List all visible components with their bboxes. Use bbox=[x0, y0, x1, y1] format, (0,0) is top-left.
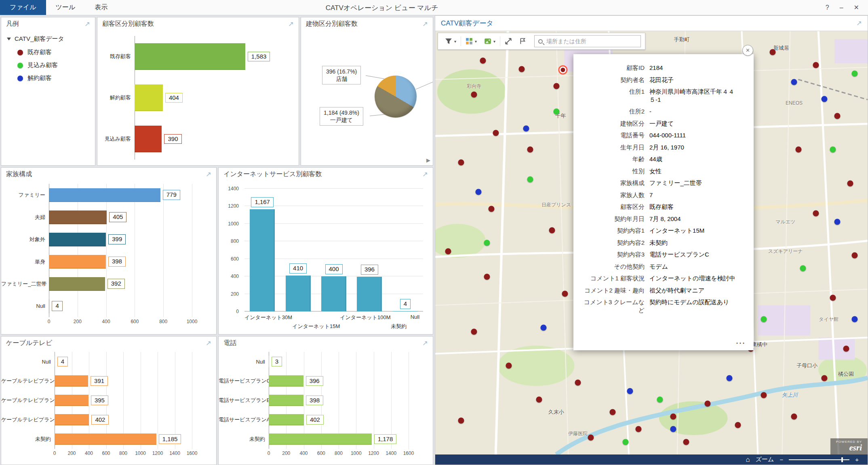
map-point[interactable] bbox=[834, 113, 841, 119]
map-point[interactable] bbox=[519, 66, 525, 72]
bar[interactable] bbox=[49, 299, 49, 313]
map-point[interactable] bbox=[670, 426, 676, 432]
map-point[interactable] bbox=[471, 92, 477, 98]
map-point[interactable] bbox=[657, 396, 663, 402]
map-point[interactable] bbox=[445, 248, 451, 254]
select-tools-button[interactable] bbox=[516, 35, 529, 47]
bar[interactable] bbox=[286, 276, 311, 311]
bar[interactable] bbox=[49, 210, 107, 224]
bar[interactable] bbox=[269, 414, 304, 425]
bar[interactable] bbox=[55, 414, 89, 425]
map-point[interactable] bbox=[562, 290, 568, 297]
map-point[interactable] bbox=[493, 130, 499, 136]
map-point[interactable] bbox=[635, 426, 641, 432]
map-point[interactable] bbox=[506, 362, 512, 368]
bar[interactable] bbox=[269, 395, 303, 406]
scroll-right-icon[interactable]: ▶ bbox=[426, 157, 430, 163]
bar[interactable] bbox=[135, 84, 163, 111]
map-viewport[interactable]: 手勤町彩向寺千年日産プリンス和泉館ENEOS新城居マルエツスズキアリーナタイヤ館… bbox=[435, 31, 868, 454]
bar[interactable] bbox=[49, 277, 105, 291]
pie-chart[interactable] bbox=[375, 76, 417, 118]
map-point[interactable] bbox=[830, 295, 836, 301]
map-point[interactable] bbox=[791, 413, 797, 419]
measure-button[interactable] bbox=[502, 35, 515, 47]
map-point[interactable] bbox=[843, 346, 849, 352]
bar[interactable] bbox=[269, 356, 269, 367]
map-point[interactable] bbox=[458, 159, 464, 165]
map-point[interactable] bbox=[527, 176, 533, 182]
map-point[interactable] bbox=[683, 439, 689, 445]
map-point[interactable] bbox=[553, 83, 559, 89]
map-point[interactable] bbox=[761, 316, 767, 322]
map-point[interactable] bbox=[726, 375, 732, 381]
map-point[interactable] bbox=[705, 401, 711, 407]
map-point[interactable] bbox=[484, 240, 490, 246]
menu-view[interactable]: 表示 bbox=[85, 0, 117, 15]
map-point[interactable] bbox=[822, 375, 828, 381]
bar[interactable] bbox=[49, 188, 160, 202]
filter-button[interactable]: ▾ bbox=[442, 35, 459, 47]
expand-icon[interactable]: ↗ bbox=[288, 21, 294, 27]
map-point[interactable] bbox=[471, 329, 477, 335]
map-point[interactable] bbox=[527, 147, 533, 153]
bar[interactable] bbox=[269, 433, 372, 445]
layers-button[interactable]: ▾ bbox=[481, 35, 498, 47]
expand-icon[interactable]: ↗ bbox=[422, 21, 428, 27]
bar[interactable] bbox=[55, 433, 156, 445]
expand-icon[interactable]: ↗ bbox=[422, 171, 428, 178]
map-point[interactable] bbox=[575, 379, 581, 385]
bar[interactable] bbox=[49, 233, 106, 246]
zoom-slider-handle[interactable] bbox=[841, 457, 843, 462]
menu-tools[interactable]: ツール bbox=[46, 0, 85, 15]
map-point[interactable] bbox=[851, 252, 857, 259]
bar[interactable] bbox=[135, 43, 245, 70]
bar[interactable] bbox=[357, 277, 382, 311]
map-point[interactable] bbox=[622, 439, 628, 445]
map-point[interactable] bbox=[851, 316, 857, 322]
map-point[interactable] bbox=[609, 409, 615, 415]
expand-icon[interactable]: ↗ bbox=[206, 171, 211, 178]
expand-icon[interactable]: ↗ bbox=[856, 20, 862, 27]
map-point[interactable] bbox=[484, 274, 490, 280]
map-point[interactable] bbox=[830, 147, 836, 153]
zoom-in-button[interactable]: + bbox=[855, 456, 859, 463]
legend-item[interactable]: 既存顧客 bbox=[17, 48, 89, 56]
map-point[interactable] bbox=[549, 227, 555, 233]
map-point[interactable] bbox=[540, 324, 546, 330]
expand-icon[interactable]: ↗ bbox=[84, 21, 90, 27]
expand-icon[interactable]: ↗ bbox=[422, 340, 428, 347]
map-point[interactable] bbox=[536, 396, 542, 402]
home-icon[interactable]: ⌂ bbox=[746, 456, 750, 464]
map-point[interactable] bbox=[800, 265, 806, 271]
map-point[interactable] bbox=[489, 206, 495, 212]
more-options-button[interactable]: ⋯ bbox=[735, 337, 746, 349]
map-point[interactable] bbox=[847, 181, 853, 187]
map-point[interactable] bbox=[670, 413, 676, 419]
menu-file[interactable]: ファイル bbox=[0, 0, 46, 15]
close-icon[interactable]: ✕ bbox=[854, 4, 859, 11]
map-point[interactable] bbox=[588, 435, 594, 441]
map-point[interactable] bbox=[627, 388, 633, 394]
map-point[interactable] bbox=[480, 58, 486, 64]
zoom-out-button[interactable]: − bbox=[780, 456, 783, 463]
bar[interactable] bbox=[49, 255, 106, 269]
map-point[interactable] bbox=[813, 62, 819, 68]
map-point[interactable] bbox=[523, 126, 529, 132]
collapse-arrow-icon[interactable] bbox=[7, 38, 11, 40]
bar[interactable] bbox=[135, 126, 162, 152]
map-point[interactable] bbox=[553, 109, 559, 115]
basemap-button[interactable]: ▾ bbox=[463, 35, 480, 47]
bar[interactable] bbox=[250, 209, 275, 311]
map-point[interactable] bbox=[476, 189, 482, 195]
bar[interactable] bbox=[55, 356, 55, 367]
map-point[interactable] bbox=[834, 219, 841, 225]
map-point[interactable] bbox=[791, 79, 797, 85]
legend-item[interactable]: 解約顧客 bbox=[17, 74, 89, 82]
map-point[interactable] bbox=[813, 210, 819, 216]
bar[interactable] bbox=[321, 276, 346, 311]
expand-icon[interactable]: ↗ bbox=[206, 340, 211, 347]
map-point[interactable] bbox=[761, 392, 767, 398]
bar[interactable] bbox=[55, 395, 88, 406]
help-icon[interactable]: ? bbox=[826, 4, 829, 11]
map-point[interactable] bbox=[735, 422, 741, 428]
